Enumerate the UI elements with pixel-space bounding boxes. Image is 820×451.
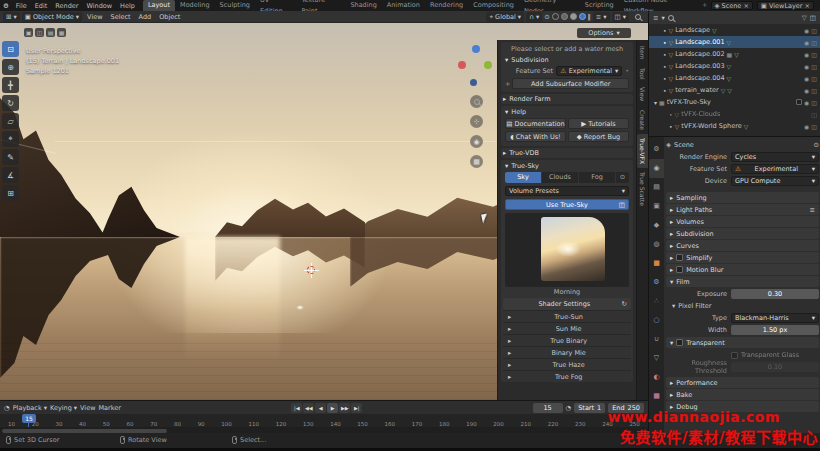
chevron-down-icon[interactable]: ▾ [661,14,664,22]
frame-start-field[interactable]: Start1 [574,403,605,413]
search-icon[interactable] [635,14,641,20]
filter-width-slider[interactable]: 1.50 px [731,325,819,335]
motion-blur-checkbox[interactable] [676,266,683,273]
preset-thumbnail[interactable] [541,217,605,281]
play-reverse-button[interactable]: ◀ [315,403,326,413]
move-tool[interactable]: ╋ [2,77,19,93]
hide-viewport-icon[interactable]: ◉ [804,99,809,106]
scene-selector[interactable]: ◈ Scene × [711,1,753,10]
gizmo-z-axis[interactable] [472,45,480,53]
current-frame-field[interactable]: 15 [533,403,563,413]
timeline-scrollbar-thumb[interactable] [2,429,167,433]
shader-row-true-sun[interactable]: ▸True-Sun [503,310,631,322]
hide-viewport-icon[interactable]: ◉ [804,87,809,94]
workspace-tab[interactable]: Sculpting [215,0,255,11]
snap-dropdown[interactable]: ∩▾ [526,12,542,22]
decorator-dot-icon[interactable]: • [625,67,629,75]
view-menu[interactable]: View [84,13,105,21]
tab-true-vfx[interactable]: True-VFX [637,134,648,168]
refresh-icon[interactable]: ↻ [622,300,627,308]
breadcrumb-scene[interactable]: Scene [674,141,694,149]
workspace-tab[interactable]: Shading [345,0,381,11]
presets-icon[interactable]: ≡ [810,206,815,214]
disable-render-icon[interactable]: ◫ [811,99,817,106]
menu-item[interactable]: Help [116,2,139,10]
material-shading-icon[interactable] [570,13,577,20]
properties-tab-icon[interactable]: ■ [649,254,664,273]
chat-button[interactable]: ◖Chat With Us! [505,131,566,142]
3d-viewport[interactable]: ▣ ◫ ▤ ▦ Options▾ User Perspective (15) T… [0,23,648,400]
timeline-editor-icon[interactable]: ◔ [4,404,10,412]
hide-viewport-icon[interactable]: ◉ [804,123,809,130]
add-subsurface-modifier-button[interactable]: Add Subsurface Modifier [512,78,629,89]
filter-icon[interactable]: ▽ [802,14,807,22]
search-icon[interactable] [668,15,674,21]
true-vdb-panel-header[interactable]: ▸True-VDB [501,148,633,158]
scene-name[interactable]: Scene [722,2,742,10]
menu-item[interactable]: Render [51,2,82,10]
disable-render-icon[interactable]: ◫ [811,51,817,58]
tab-sky[interactable]: Sky [505,172,541,183]
subdivision-panel-header[interactable]: ▾Subdivision [503,55,631,65]
disable-render-icon[interactable]: ◫ [811,123,817,130]
rendered-shading-icon[interactable] [579,13,586,20]
volume-presets-dropdown[interactable]: Volume Presets▾ [505,186,629,196]
outliner-row-landscape-002[interactable]: •▽Landscape.002▦▽◉◫ [649,48,820,60]
properties-tab-icon[interactable]: ▽ [649,349,664,368]
annotate-tool[interactable]: ✎ [2,149,19,165]
properties-tab-icon[interactable]: ∪ [649,330,664,349]
tab-view[interactable]: View [637,83,648,105]
tab-create[interactable]: Create [637,106,648,134]
disable-render-icon[interactable]: ◫ [811,63,817,70]
properties-tab-icon[interactable]: ⚙ [649,273,664,292]
properties-tab-icon[interactable]: ▦ [649,387,664,406]
true-sky-panel-header[interactable]: ▾True-Sky [503,161,631,171]
menu-item[interactable]: Edit [31,2,52,10]
filter-type-dropdown[interactable]: Blackman-Harris▾ [731,313,819,323]
workspace-tab[interactable]: Rendering [425,0,468,11]
panel-simplify[interactable]: ▸Simplify [666,252,819,263]
hide-viewport-icon[interactable]: ◉ [804,51,809,58]
outliner-row-landscape[interactable]: •▽Landscape▽◉◫ [649,24,820,36]
mode-dropdown[interactable]: ▣Object Mode▾ [22,12,82,22]
simplify-checkbox[interactable] [676,254,683,261]
shader-row-true-binary[interactable]: ▸True Binary [503,334,631,346]
timeline-ruler[interactable]: 1020304050607080901001101201301401501601… [0,414,648,427]
hide-viewport-icon[interactable]: ◉ [804,75,809,82]
rotate-tool[interactable]: ↻ [2,95,19,111]
gizmo-minus-z-axis[interactable] [470,79,477,86]
solid-shading-icon[interactable] [561,13,568,20]
workspace-tab[interactable]: Scripting [580,0,619,11]
overlays-dropdown[interactable]: ≡▾ [593,12,610,22]
shader-row-true-fog[interactable]: ▸True Fog [503,370,631,382]
shader-settings-header[interactable]: Shader Settings ↻ [503,298,631,310]
panel-bake[interactable]: ▸Bake [666,389,819,400]
workspace-tab[interactable]: Compositing [468,0,519,11]
camera-view-button[interactable]: ◉ [470,135,483,148]
playhead-frame-label[interactable]: 15 [22,414,36,423]
device-dropdown[interactable]: GPU Compute▾ [731,176,819,186]
preset-preview-box[interactable] [505,213,629,287]
hide-viewport-icon[interactable]: ◉ [804,63,809,70]
feature-set-dropdown[interactable]: ⚠Experimental▾ [731,164,819,174]
wireframe-shading-icon[interactable] [552,13,559,20]
marker-menu[interactable]: Marker [99,404,121,412]
select-mode-set-icon[interactable]: ▣ [24,28,33,37]
help-panel-header[interactable]: ▾Help [503,107,631,117]
measure-tool[interactable]: ∡ [2,167,19,183]
viewlayer-name[interactable]: ViewLayer [769,2,803,10]
gizmos-dropdown[interactable]: ◫▾ [612,12,629,22]
properties-tab-icon[interactable]: ◐ [649,368,664,387]
hide-viewport-icon[interactable]: ◉ [804,39,809,46]
properties-tab-icon[interactable]: ⚙ [649,140,664,159]
select-mode-extend-icon[interactable]: ◫ [35,28,44,37]
tutorials-button[interactable]: ▶Tutorials [568,118,629,129]
pan-button[interactable]: ⊹ [470,115,483,128]
jump-to-start-button[interactable]: |◀ [291,403,302,413]
panel-curves[interactable]: ▸Curves [666,240,819,251]
pin-icon[interactable]: ⊙ [616,172,629,183]
playback-menu[interactable]: Playback▾ [13,404,47,412]
tab-true-scatter[interactable]: True Scatte [637,168,648,210]
disable-render-icon[interactable]: ◫ [811,27,817,34]
shader-row-binary-mie[interactable]: ▸Binary Mie [503,346,631,358]
